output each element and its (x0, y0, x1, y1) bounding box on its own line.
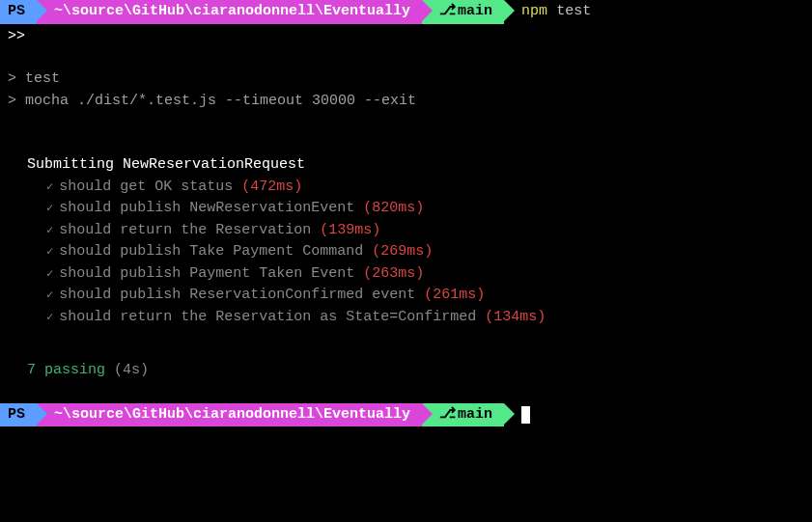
cursor[interactable] (521, 406, 530, 424)
prompt-shell-segment: PS (0, 403, 37, 427)
check-icon: ✓ (46, 224, 53, 237)
check-icon: ✓ (46, 288, 53, 302)
branch-name: main (458, 3, 492, 19)
prompt-branch-segment: ⎇main (422, 403, 504, 427)
branch-name: main (458, 406, 492, 423)
test-result: ✓should return the Reservation (139ms) (0, 220, 812, 242)
total-time: (4s) (114, 362, 149, 378)
check-icon: ✓ (46, 180, 53, 194)
check-icon: ✓ (46, 202, 53, 215)
terminal: PS ~\source\GitHub\ciaranodonnell\Eventu… (0, 0, 812, 426)
test-desc: should return the Reservation as State=C… (59, 309, 476, 325)
branch-icon: ⎇ (439, 3, 456, 19)
test-result: ✓should publish Payment Taken Event (263… (0, 263, 812, 286)
test-result: ✓should publish ReservationConfirmed eve… (0, 285, 812, 307)
command-input: npm test (521, 1, 591, 23)
test-desc: should publish NewReservationEvent (59, 200, 354, 216)
script-command: > mocha ./dist/*.test.js --timeout 30000… (0, 91, 812, 113)
test-result: ✓should publish Take Payment Command (26… (0, 241, 812, 263)
check-icon: ✓ (46, 245, 53, 259)
continuation-prompt: >> (0, 26, 812, 48)
prompt-line-2[interactable]: PS ~\source\GitHub\ciaranodonnell\Eventu… (0, 403, 812, 427)
prompt-branch-segment: ⎇main (422, 0, 504, 24)
test-result: ✓should return the Reservation as State=… (0, 307, 812, 329)
test-time: (472ms) (241, 179, 302, 195)
script-header: > test (0, 69, 812, 91)
prompt-path-segment: ~\source\GitHub\ciaranodonnell\Eventuall… (37, 0, 422, 24)
test-result: ✓should get OK status (472ms) (0, 177, 812, 199)
test-desc: should return the Reservation (59, 222, 311, 238)
test-desc: should publish ReservationConfirmed even… (59, 287, 415, 303)
check-icon: ✓ (46, 267, 53, 281)
prompt-shell-segment: PS (0, 0, 37, 24)
prompt-path-segment: ~\source\GitHub\ciaranodonnell\Eventuall… (37, 403, 422, 427)
test-result: ✓should publish NewReservationEvent (820… (0, 198, 812, 220)
test-time: (134ms) (485, 309, 546, 325)
test-desc: should get OK status (59, 179, 233, 195)
command-args: test (556, 3, 591, 19)
test-time: (261ms) (424, 287, 485, 303)
test-time: (139ms) (320, 222, 380, 238)
test-suite-name: Submitting NewReservationRequest (0, 154, 812, 177)
command-npm: npm (521, 3, 547, 19)
prompt-line-1[interactable]: PS ~\source\GitHub\ciaranodonnell\Eventu… (0, 0, 812, 24)
test-desc: should publish Take Payment Command (59, 243, 363, 260)
branch-icon: ⎇ (439, 406, 456, 423)
test-time: (820ms) (363, 200, 424, 216)
test-time: (269ms) (372, 243, 433, 260)
test-time: (263ms) (363, 265, 424, 282)
check-icon: ✓ (46, 311, 53, 324)
test-desc: should publish Payment Taken Event (59, 265, 354, 282)
test-summary: 7 passing (4s) (0, 360, 812, 382)
passing-count: 7 passing (27, 362, 105, 378)
